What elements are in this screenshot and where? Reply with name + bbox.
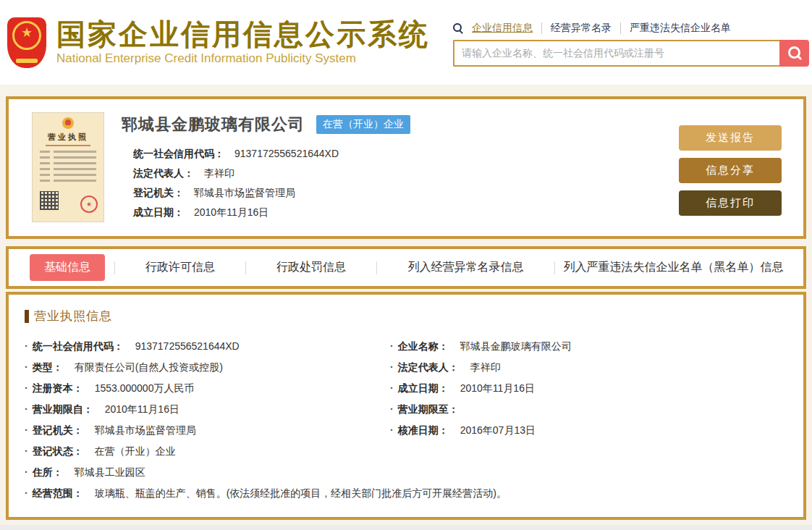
row-business-scope: 经营范围：玻璃瓶、瓶盖的生产、销售。(依法须经批准的项目，经相关部门批准后方可开…	[25, 483, 787, 504]
license-emblem-icon	[62, 117, 74, 129]
search-button[interactable]	[779, 40, 809, 67]
search-button-icon	[788, 46, 801, 59]
tab-basic-info[interactable]: 基础信息	[20, 254, 114, 281]
row-registered-capital: 注册资本：1553.000000万人民币	[25, 378, 390, 399]
tab-blacklist[interactable]: 列入严重违法失信企业名单（黑名单）信息	[555, 254, 792, 281]
site-titles: 国家企业信用信息公示系统 National Enterprise Credit …	[56, 19, 430, 66]
field-label: 登记机关：	[133, 187, 184, 198]
nav-divider	[541, 22, 542, 34]
license-info-card: 营业执照信息 统一社会信用代码：9137172556521644XD 类型：有限…	[6, 292, 806, 520]
field-value: 9137172556521644XD	[234, 148, 339, 159]
top-nav: 企业信用信息 经营异常名录 严重违法失信企业名单	[453, 22, 809, 35]
search-bar	[453, 40, 809, 67]
row-establish-date: 成立日期：2010年11月16日	[390, 378, 787, 399]
emblem-base	[16, 59, 38, 63]
field-value: 李祥印	[204, 167, 234, 179]
license-info-left-column: 统一社会信用代码：9137172556521644XD 类型：有限责任公司(自然…	[25, 336, 390, 462]
license-info-full-rows: 住所：郓城县工业园区 经营范围：玻璃瓶、瓶盖的生产、销售。(依法须经批准的项目，…	[25, 462, 787, 504]
license-info-columns: 统一社会信用代码：9137172556521644XD 类型：有限责任公司(自然…	[25, 336, 787, 462]
tab-abnormal-operations-list[interactable]: 列入经营异常名录信息	[377, 254, 554, 281]
status-badge: 在营（开业）企业	[316, 115, 410, 134]
row-legal-rep: 法定代表人：李祥印	[390, 357, 787, 378]
section-title-text: 营业执照信息	[34, 308, 112, 324]
license-thumb-title: 营业执照	[33, 132, 103, 143]
brand: ★ 国家企业信用信息公示系统 National Enterprise Credi…	[7, 17, 430, 68]
national-emblem-logo: ★	[7, 17, 46, 68]
print-info-button[interactable]: 信息打印	[679, 190, 782, 216]
license-qr-code	[40, 191, 59, 210]
company-info: 郓城县金鹏玻璃有限公司 在营（开业）企业 统一社会信用代码：9137172556…	[122, 112, 679, 226]
business-license-image[interactable]: 营业执照 ★	[32, 112, 104, 222]
row-address: 住所：郓城县工业园区	[25, 462, 787, 483]
row-registration-status: 登记状态：在营（开业）企业	[25, 441, 390, 462]
company-summary-card: 营业执照 ★ 郓城县金鹏玻璃有限公司 在营（开业）企业 统一社会信用代码：913…	[6, 96, 806, 239]
field-value: 2010年11月16日	[194, 206, 268, 218]
field-label: 成立日期：	[133, 206, 184, 218]
site-title-english: National Enterprise Credit Information P…	[56, 51, 430, 66]
share-info-button[interactable]: 信息分享	[679, 158, 782, 183]
company-name-row: 郓城县金鹏玻璃有限公司 在营（开业）企业	[122, 114, 679, 135]
field-label: 法定代表人：	[133, 167, 194, 179]
nav-link-serious-violations[interactable]: 严重违法失信企业名单	[630, 22, 731, 35]
nav-divider	[620, 22, 621, 34]
site-title-chinese: 国家企业信用信息公示系统	[56, 19, 430, 49]
header-right: 企业信用信息 经营异常名录 严重违法失信企业名单	[453, 19, 809, 67]
row-company-type: 类型：有限责任公司(自然人投资或控股)	[25, 357, 390, 378]
site-header: ★ 国家企业信用信息公示系统 National Enterprise Credi…	[0, 0, 812, 85]
page-body: 营业执照 ★ 郓城县金鹏玻璃有限公司 在营（开业）企业 统一社会信用代码：913…	[0, 85, 812, 525]
action-buttons: 发送报告 信息分享 信息打印	[679, 125, 782, 226]
row-approval-date: 核准日期：2016年07月13日	[390, 420, 787, 441]
bottom-strip	[0, 525, 812, 530]
license-rule	[46, 145, 90, 146]
row-business-term-from: 营业期限自：2010年11月16日	[25, 399, 390, 420]
section-title: 营业执照信息	[25, 308, 787, 324]
tab-administrative-license[interactable]: 行政许可信息	[115, 254, 245, 281]
row-credit-code: 统一社会信用代码：9137172556521644XD	[25, 336, 390, 357]
search-icon	[453, 23, 463, 33]
send-report-button[interactable]: 发送报告	[679, 125, 782, 151]
emblem-star-icon: ★	[7, 26, 46, 39]
company-name: 郓城县金鹏玻璃有限公司	[122, 114, 305, 135]
summary-fields: 统一社会信用代码：9137172556521644XD 法定代表人：李祥印 登记…	[133, 144, 679, 222]
field-row-credit-code: 统一社会信用代码：9137172556521644XD	[133, 144, 679, 164]
nav-link-enterprise-credit[interactable]: 企业信用信息	[472, 22, 533, 35]
row-company-name: 企业名称：郓城县金鹏玻璃有限公司	[390, 336, 787, 357]
tabs-bar: 基础信息 行政许可信息 行政处罚信息 列入经营异常名录信息 列入严重违法失信企业…	[6, 246, 806, 289]
field-value: 郓城县市场监督管理局	[194, 187, 295, 198]
field-row-legal-rep: 法定代表人：李祥印	[133, 164, 679, 183]
field-row-establish-date: 成立日期：2010年11月16日	[133, 203, 679, 222]
nav-link-abnormal-operations[interactable]: 经营异常名录	[551, 22, 612, 35]
field-row-registration-authority: 登记机关：郓城县市场监督管理局	[133, 183, 679, 203]
row-business-term-to: 营业期限至：	[390, 399, 787, 420]
license-red-seal: ★	[80, 195, 98, 213]
field-label: 统一社会信用代码：	[133, 148, 224, 159]
search-input[interactable]	[453, 40, 779, 67]
tab-administrative-penalty[interactable]: 行政处罚信息	[246, 254, 376, 281]
section-title-bar	[25, 310, 29, 323]
license-info-right-column: 企业名称：郓城县金鹏玻璃有限公司 法定代表人：李祥印 成立日期：2010年11月…	[390, 336, 787, 462]
row-registration-authority: 登记机关：郓城县市场监督管理局	[25, 420, 390, 441]
